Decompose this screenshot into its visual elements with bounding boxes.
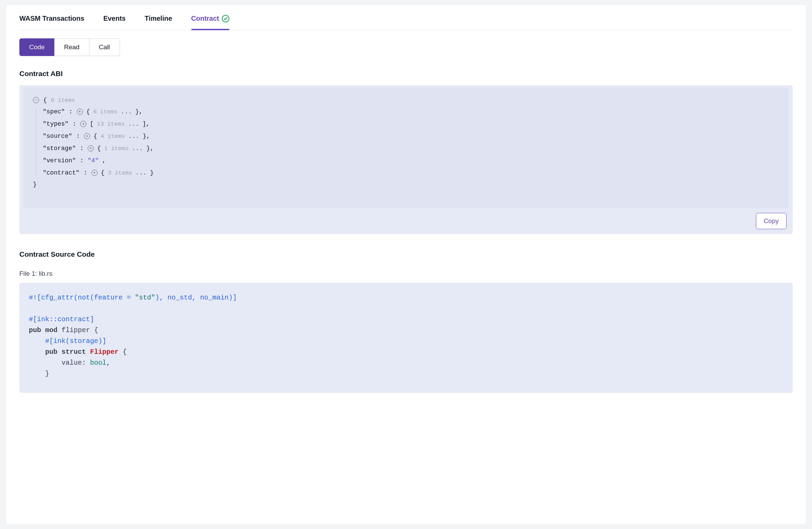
subtab-call[interactable]: Call [89, 38, 120, 56]
json-key: "version" [43, 157, 76, 164]
abi-panel: − { 6 items "spec" : + { 6 items ... }, … [19, 85, 793, 234]
tab-timeline[interactable]: Timeline [145, 15, 172, 30]
json-close: } [150, 170, 154, 176]
collapse-icon[interactable]: − [33, 97, 39, 103]
json-close: }, [146, 145, 154, 152]
abi-heading: Contract ABI [19, 70, 793, 78]
abi-node-source[interactable]: "source" : + { 4 items ... }, [43, 133, 779, 139]
json-key: "source" [43, 133, 72, 139]
copy-row: Copy [24, 213, 788, 229]
source-code-block: #![cfg_attr(not(feature = "std"), no_std… [19, 283, 793, 393]
json-open: { [97, 145, 101, 152]
abi-node-storage[interactable]: "storage" : + { 1 items ... }, [43, 145, 779, 152]
code-line-1str: "std" [135, 294, 155, 302]
json-colon: : [79, 157, 84, 164]
json-close: }, [143, 133, 150, 139]
close-brace: } [33, 181, 779, 188]
json-colon: : [72, 120, 77, 127]
json-count: 4 items [101, 133, 125, 139]
abi-children: "spec" : + { 6 items ... }, "types" : + … [36, 108, 779, 176]
code-line-3: #[ink::contract] [29, 315, 94, 323]
expand-icon[interactable]: + [80, 121, 86, 127]
code-line-4b: flipper { [57, 326, 98, 334]
json-ellipsis: ... [132, 145, 143, 152]
verified-check-icon [222, 15, 229, 23]
tab-wasm-transactions[interactable]: WASM Transactions [19, 15, 84, 30]
code-line-6c: { [119, 348, 127, 356]
json-count: 6 items [93, 109, 117, 115]
json-key: "contract" [43, 170, 79, 176]
source-file-label: File 1: lib.rs [19, 270, 793, 277]
subtab-code[interactable]: Code [19, 38, 54, 56]
code-line-4a: pub mod [29, 326, 57, 334]
json-ellipsis: ... [128, 133, 139, 139]
tab-contract[interactable]: Contract [191, 15, 229, 30]
contract-page: WASM Transactions Events Timeline Contra… [5, 4, 807, 525]
json-close: }, [135, 108, 143, 115]
contract-subtabs: Code Read Call [19, 38, 793, 56]
abi-node-spec[interactable]: "spec" : + { 6 items ... }, [43, 108, 779, 115]
code-line-7c: , [106, 359, 111, 367]
json-open: [ [90, 120, 93, 127]
abi-node-types[interactable]: "types" : + [ 13 items ... ], [43, 120, 779, 127]
json-count: 3 items [108, 170, 132, 176]
expand-icon[interactable]: + [91, 170, 98, 176]
code-line-7b: bool [90, 359, 106, 367]
code-line-6a: pub struct [29, 348, 90, 356]
expand-icon[interactable]: + [77, 109, 83, 115]
json-key: "spec" [43, 108, 65, 115]
json-colon: : [79, 145, 84, 152]
tab-contract-label: Contract [191, 15, 219, 23]
json-key: "types" [43, 120, 69, 127]
expand-icon[interactable]: + [84, 133, 90, 139]
abi-root-count: 6 items [51, 97, 75, 104]
abi-root-node[interactable]: − { 6 items [33, 97, 779, 104]
main-tabs: WASM Transactions Events Timeline Contra… [19, 13, 793, 30]
json-open: { [86, 108, 90, 115]
json-colon: : [68, 108, 73, 115]
json-colon: : [75, 133, 81, 139]
json-colon: : [83, 170, 88, 176]
code-line-5: #[ink(storage)] [29, 337, 106, 345]
json-ellipsis: ... [121, 108, 132, 115]
code-line-6b: Flipper [90, 348, 119, 356]
source-heading: Contract Source Code [19, 250, 793, 259]
subtab-read[interactable]: Read [54, 38, 89, 56]
code-line-7a: value: [29, 359, 90, 367]
json-ellipsis: ... [135, 170, 146, 176]
json-value: "4" [88, 157, 99, 164]
expand-icon[interactable]: + [88, 145, 94, 151]
abi-node-version[interactable]: "version" : "4", [43, 157, 779, 164]
json-key: "storage" [43, 145, 76, 152]
abi-node-contract[interactable]: "contract" : + { 3 items ... } [43, 170, 779, 176]
code-line-8: } [29, 370, 49, 378]
open-brace: { [43, 97, 47, 104]
copy-button[interactable]: Copy [756, 213, 786, 229]
json-count: 1 items [104, 145, 128, 152]
tab-events[interactable]: Events [103, 15, 126, 30]
json-ellipsis: ... [128, 120, 139, 127]
code-line-1a: #![cfg_attr(not(feature = [29, 294, 135, 302]
abi-json-viewer: − { 6 items "spec" : + { 6 items ... }, … [24, 88, 788, 208]
code-line-1b: ), no_std, no_main)] [155, 294, 237, 302]
json-open: { [101, 170, 105, 176]
json-close: ], [142, 120, 150, 127]
json-count: 13 items [97, 121, 125, 127]
json-trail: , [102, 157, 106, 164]
json-open: { [93, 133, 97, 139]
